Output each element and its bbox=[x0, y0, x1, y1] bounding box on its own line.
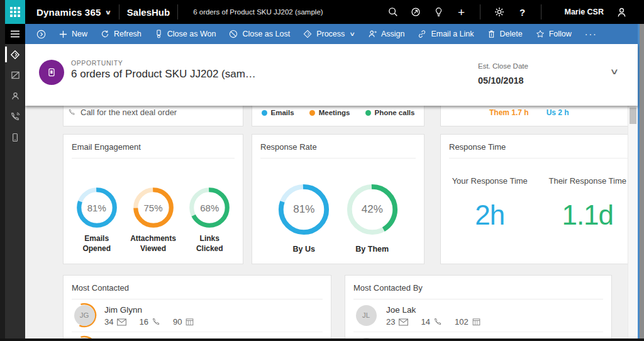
process-button[interactable]: Process ∨ bbox=[303, 30, 355, 38]
avatar-initials: JL bbox=[356, 305, 377, 326]
divider bbox=[449, 158, 628, 159]
sidebar-item-phone-calls[interactable] bbox=[5, 106, 25, 127]
phone-icon bbox=[434, 318, 442, 326]
hamburger-icon bbox=[10, 30, 20, 38]
refresh-button[interactable]: Refresh bbox=[101, 30, 142, 38]
chevron-down-icon: ∨ bbox=[105, 9, 113, 16]
help-icon: ? bbox=[519, 7, 525, 18]
divider bbox=[480, 4, 480, 20]
top-navigation-bar: Dynamics 365 ∨ SalesHub 6 orders of Prod… bbox=[5, 0, 644, 24]
your-response-time-value: 2h bbox=[441, 199, 539, 231]
app-name: Dynamics 365 bbox=[36, 7, 101, 18]
divider bbox=[541, 4, 541, 20]
contact-row[interactable]: Andrew Simmon bbox=[353, 332, 603, 338]
card-title: Email Engagement bbox=[64, 135, 243, 152]
contact-name[interactable]: Joe Lak bbox=[386, 305, 480, 315]
refresh-icon bbox=[101, 30, 109, 38]
help-button[interactable]: ? bbox=[511, 0, 533, 24]
their-response-time-value: 1.1d bbox=[539, 199, 637, 231]
sidebar-item-contacts[interactable] bbox=[5, 86, 25, 106]
header-expand-chevron[interactable]: ∨ bbox=[609, 67, 619, 76]
new-button[interactable]: New bbox=[59, 30, 87, 38]
donut-label: Emails Opened bbox=[82, 234, 111, 254]
donut-label: By Them bbox=[355, 244, 389, 254]
phone-calls-dot-icon bbox=[365, 110, 371, 116]
selection-indicator bbox=[5, 47, 7, 62]
sitemap-sidebar bbox=[5, 44, 25, 338]
settings-button[interactable] bbox=[488, 0, 511, 24]
by-us-donut: 81% bbox=[278, 184, 330, 235]
window-frame-right bbox=[640, 44, 644, 338]
process-icon bbox=[303, 30, 312, 38]
sitemap-toggle-button[interactable] bbox=[5, 24, 25, 44]
account-button[interactable] bbox=[610, 0, 633, 24]
sidebar-item-mobile[interactable] bbox=[5, 127, 25, 148]
contact-row[interactable]: JL Joe Lak 23 14 102 bbox=[353, 299, 603, 332]
contact-stats: 23 14 102 bbox=[386, 317, 480, 327]
more-commands-button[interactable]: ··· bbox=[585, 29, 597, 39]
envelope-icon bbox=[399, 318, 408, 326]
user-name[interactable]: Marie CSR bbox=[564, 8, 604, 16]
close-as-won-button[interactable]: Close as Won bbox=[155, 30, 216, 38]
plus-icon: + bbox=[458, 6, 465, 18]
est-close-date-field: Est. Close Date 05/10/2018 bbox=[478, 62, 528, 86]
divider bbox=[72, 158, 235, 159]
gear-icon bbox=[494, 6, 505, 18]
app-window: Dynamics 365 ∨ SalesHub 6 orders of Prod… bbox=[0, 0, 644, 341]
app-launcher-button[interactable] bbox=[5, 0, 25, 24]
search-icon bbox=[387, 6, 399, 18]
assign-button[interactable]: Assign bbox=[368, 30, 405, 38]
emails-opened-donut: 81% bbox=[77, 187, 117, 228]
image-icon bbox=[11, 70, 20, 80]
est-close-date-value[interactable]: 05/10/2018 bbox=[478, 75, 528, 86]
app-switcher[interactable]: Dynamics 365 ∨ bbox=[36, 7, 111, 18]
plus-icon bbox=[59, 30, 67, 38]
email-a-link-button[interactable]: Email a Link bbox=[418, 30, 474, 38]
scrollbar-thumb[interactable] bbox=[630, 108, 636, 124]
dashboard-content: Call for the next deal order Emails Meet… bbox=[25, 106, 638, 338]
envelope-icon bbox=[117, 318, 126, 326]
contact-row[interactable]: JG Jim Glynn 34 16 90 bbox=[72, 299, 323, 332]
record-header: OPPORTUNITY 6 orders of Product SKU JJ20… bbox=[25, 44, 638, 106]
quick-launch-button[interactable] bbox=[404, 0, 427, 24]
follow-button[interactable]: Follow bbox=[536, 30, 572, 38]
circled-arrow-icon bbox=[36, 30, 46, 39]
search-button[interactable] bbox=[382, 0, 404, 24]
attachments-viewed-donut: 75% bbox=[133, 187, 174, 228]
command-items: New Refresh Close as Won Close as Lost P… bbox=[25, 29, 597, 39]
divider bbox=[119, 4, 119, 20]
prohibited-icon bbox=[229, 30, 238, 38]
next-action-text: Call for the next deal order bbox=[80, 108, 177, 117]
delete-button[interactable]: Delete bbox=[487, 30, 523, 38]
quick-create-button[interactable]: + bbox=[450, 0, 472, 24]
divider bbox=[177, 4, 178, 20]
trophy-icon bbox=[155, 30, 163, 38]
contact-row[interactable]: Sidney Higa bbox=[72, 332, 323, 338]
calendar-icon bbox=[186, 318, 194, 326]
phone-icon bbox=[152, 318, 160, 326]
opportunity-icon bbox=[46, 67, 57, 78]
contact-avatar: JL bbox=[353, 303, 379, 328]
hub-name[interactable]: SalesHub bbox=[127, 7, 170, 18]
their-response-time-label: Their Response Time bbox=[539, 176, 637, 186]
emails-dot-icon bbox=[262, 110, 267, 116]
your-response-time-label: Your Response Time bbox=[441, 176, 539, 186]
activity-legend-card: Emails Meetings Phone calls bbox=[252, 106, 425, 126]
person-icon bbox=[616, 6, 628, 18]
response-time-card: Response Time Your Response Time 2h Thei… bbox=[440, 134, 637, 264]
topbar-actions: + ? Marie CSR bbox=[382, 0, 633, 24]
contact-stats: 34 16 90 bbox=[104, 317, 194, 327]
close-as-lost-button[interactable]: Close as Lost bbox=[229, 30, 290, 38]
legend-item-emails: Emails bbox=[262, 109, 294, 116]
sidebar-item-dashboards[interactable] bbox=[5, 65, 25, 86]
avatar-initials: JG bbox=[74, 305, 95, 326]
sidebar-item-process[interactable] bbox=[5, 44, 25, 65]
star-icon bbox=[536, 30, 545, 38]
contact-name[interactable]: Jim Glynn bbox=[104, 305, 194, 315]
learning-path-button[interactable] bbox=[427, 0, 450, 24]
vertical-scrollbar[interactable] bbox=[628, 106, 638, 338]
card-title: Most Contacted By bbox=[345, 276, 611, 293]
command-bar: New Refresh Close as Won Close as Lost P… bbox=[5, 24, 638, 44]
forward-button[interactable] bbox=[36, 30, 46, 39]
legend-item-phone-calls: Phone calls bbox=[365, 109, 415, 116]
